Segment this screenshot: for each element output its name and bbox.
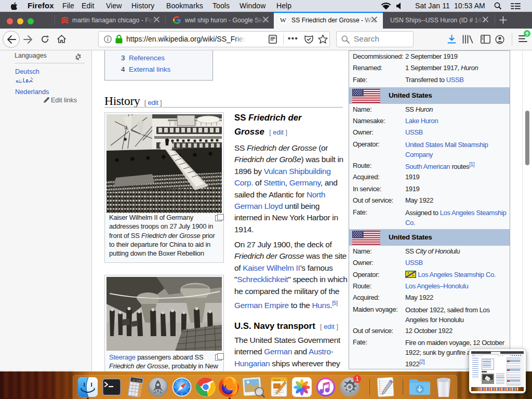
svg-text:PAGES: PAGES — [273, 379, 281, 381]
